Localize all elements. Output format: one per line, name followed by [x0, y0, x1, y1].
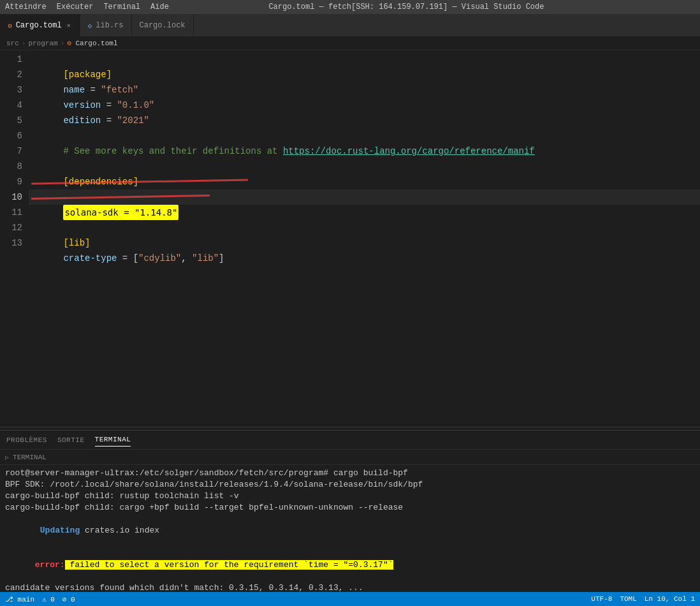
lib-icon: ◇ — [88, 22, 92, 30]
code-content[interactable]: [package] name = "fetch" version = "0.1.… — [29, 50, 700, 427]
panel-tab-terminal[interactable]: TERMINAL — [95, 433, 131, 447]
line-num-11: 11 — [0, 205, 22, 220]
code-line-9: solana-client = "1.14.8" — [29, 174, 700, 189]
code-line-12: [lib] — [29, 220, 700, 235]
terminal-header: ▷ TERMINAL — [0, 450, 700, 465]
code-line-11 — [29, 205, 700, 220]
tab-cargo-lock[interactable]: Cargo.lock — [132, 14, 194, 36]
status-position[interactable]: Ln 10, Col 1 — [645, 595, 695, 603]
terminal-expand-icon[interactable]: ▷ — [5, 454, 9, 461]
term-line-2: BPF SDK: /root/.local/share/solana/insta… — [5, 479, 695, 491]
line-num-2: 2 — [0, 67, 22, 82]
line-num-4: 4 — [0, 98, 22, 113]
menu-terminal[interactable]: Terminal — [103, 3, 140, 11]
term-error-highlight: failed to select a version for the requi… — [65, 560, 393, 570]
code-array: ["cdylib", "lib"] — [133, 253, 224, 263]
line-num-13: 13 — [0, 235, 22, 251]
line-num-10: 10 — [0, 189, 22, 205]
breadcrumb: src › program › ⚙ Cargo.toml — [0, 36, 700, 50]
line-num-5: 5 — [0, 113, 22, 128]
line-num-7: 7 — [0, 144, 22, 159]
code-line-7 — [29, 144, 700, 159]
status-errors[interactable]: ⊘ 0 — [62, 595, 75, 603]
menu-executer[interactable]: Exécuter — [57, 3, 94, 11]
tab-lib-rs-label: lib.rs — [96, 21, 123, 30]
code-line-8: [dependencies] — [29, 159, 700, 174]
tab-cargo-toml-close[interactable]: ✕ — [66, 21, 72, 30]
tabs-bar: ⚙ Cargo.toml ✕ ◇ lib.rs Cargo.lock — [0, 14, 700, 36]
menu-bar[interactable]: Atteindre Exécuter Terminal Aide — [5, 3, 169, 11]
tab-lib-rs[interactable]: ◇ lib.rs — [80, 14, 132, 36]
line-num-8: 8 — [0, 159, 22, 174]
menu-atteindre[interactable]: Atteindre — [5, 3, 47, 11]
term-updating: Updating — [40, 526, 80, 535]
bottom-panel: PROBLÈMES SORTIE TERMINAL ▷ TERMINAL roo… — [0, 431, 700, 606]
status-bar: ⎇ main ⚠ 0 ⊘ 0 UTF-8 TOML Ln 10, Col 1 — [0, 592, 700, 606]
window-title: Cargo.toml — fetch[SSH: 164.159.07.191] … — [268, 3, 544, 11]
editor-area: 1 2 3 4 5 6 7 8 9 10 11 12 13 [package] … — [0, 50, 700, 427]
code-line-5 — [29, 113, 700, 128]
title-bar: Atteindre Exécuter Terminal Aide Cargo.t… — [0, 0, 700, 14]
menu-aide[interactable]: Aide — [150, 3, 169, 11]
code-line-1: [package] — [29, 52, 700, 67]
panel-tab-sortie[interactable]: SORTIE — [57, 434, 85, 447]
term-line-4: cargo-build-bpf child: cargo +bpf build … — [5, 502, 695, 514]
code-line-4: edition = "2021" — [29, 98, 700, 113]
line-num-9: 9 — [0, 174, 22, 189]
status-encoding[interactable]: UTF-8 — [591, 595, 612, 603]
tab-cargo-toml[interactable]: ⚙ Cargo.toml ✕ — [0, 14, 80, 36]
code-key: crate-type — [63, 253, 117, 263]
cargo-icon: ⚙ — [8, 22, 12, 30]
term-line-3: cargo-build-bpf child: rustup toolchain … — [5, 491, 695, 502]
breadcrumb-file-icon: ⚙ — [67, 40, 75, 47]
breadcrumb-file[interactable]: ⚙ Cargo.toml — [67, 39, 117, 47]
breadcrumb-file-label: Cargo.toml — [75, 40, 117, 47]
line-num-1: 1 — [0, 52, 22, 67]
term-line-1: root@server-manager-ultrax:/etc/solger/s… — [5, 468, 695, 479]
panel-tab-problems[interactable]: PROBLÈMES — [6, 434, 47, 447]
tab-cargo-toml-label: Cargo.toml — [16, 21, 62, 30]
line-num-6: 6 — [0, 128, 22, 144]
breadcrumb-sep-2: › — [61, 40, 65, 47]
code-line-2: name = "fetch" — [29, 67, 700, 82]
panel-tabs: PROBLÈMES SORTIE TERMINAL — [0, 431, 700, 450]
status-warnings[interactable]: ⚠ 0 — [42, 595, 55, 603]
terminal-header-label: TERMINAL — [13, 454, 47, 461]
term-line-5: Updating crates.io index — [5, 514, 695, 548]
status-language[interactable]: TOML — [620, 595, 636, 603]
terminal-content[interactable]: root@server-manager-ultrax:/etc/solger/s… — [0, 465, 700, 606]
term-line-error: error: failed to select a version for th… — [5, 548, 695, 582]
code-line-13: crate-type = ["cdylib", "lib"] — [29, 235, 700, 251]
line-numbers: 1 2 3 4 5 6 7 8 9 10 11 12 13 — [0, 50, 29, 427]
code-line-6: # See more keys and their definitions at… — [29, 128, 700, 144]
breadcrumb-program[interactable]: program — [28, 40, 57, 47]
status-left: ⎇ main ⚠ 0 ⊘ 0 — [5, 595, 75, 603]
status-right: UTF-8 TOML Ln 10, Col 1 — [591, 595, 695, 603]
term-error-label: error: — [35, 560, 65, 570]
breadcrumb-src[interactable]: src — [6, 40, 19, 47]
code-line-3: version = "0.1.0" — [29, 82, 700, 98]
line-num-3: 3 — [0, 82, 22, 98]
tab-cargo-lock-label: Cargo.lock — [140, 21, 186, 30]
line-num-12: 12 — [0, 220, 22, 235]
code-line-10: solana-sdk = "1.14.8" — [29, 189, 700, 205]
breadcrumb-sep-1: › — [22, 40, 26, 47]
status-branch[interactable]: ⎇ main — [5, 595, 34, 603]
